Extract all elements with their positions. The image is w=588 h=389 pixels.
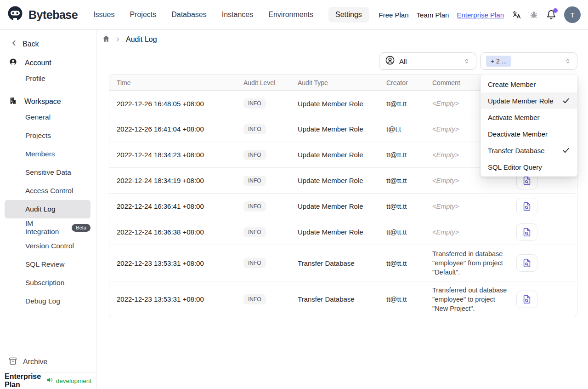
cell-time: 2022-12-26 16:41:04 +08:00	[109, 125, 243, 133]
cell-level: INFO	[243, 201, 298, 212]
sidebar-item-audit-log[interactable]: Audit Log	[5, 200, 90, 218]
nav-item-issues[interactable]: Issues	[93, 11, 114, 19]
free-plan-link[interactable]: Free Plan	[379, 11, 409, 19]
selector-icon	[564, 57, 571, 65]
user-avatar[interactable]: T	[564, 6, 581, 23]
sidebar-item-members[interactable]: Members	[5, 145, 90, 163]
table-row: 2022-12-23 13:53:31 +08:00 INFO Transfer…	[109, 245, 577, 281]
chevron-right-icon	[114, 36, 121, 43]
top-nav: Bytebase Issues Projects Databases Insta…	[0, 0, 588, 30]
menu-item-activate-member[interactable]: Activate Member	[481, 109, 577, 126]
creator-filter-value: All	[399, 57, 407, 65]
cell-level: INFO	[243, 227, 298, 237]
cell-time: 2022-12-24 16:36:38 +08:00	[109, 228, 243, 236]
sidebar-item-im-integration[interactable]: IM Integration Beta	[5, 218, 90, 237]
back-button[interactable]: Back	[10, 39, 96, 49]
breadcrumb: Audit Log	[102, 34, 157, 45]
menu-item-sql-editor-query[interactable]: SQL Editor Query	[481, 159, 577, 175]
menu-item-update-member-role[interactable]: Update Member Role	[481, 92, 577, 109]
sidebar-item-subscription[interactable]: Subscription	[5, 274, 90, 292]
group-label-account: Account	[25, 59, 51, 67]
menu-item-label: Update Member Role	[488, 97, 554, 105]
level-badge: INFO	[243, 258, 266, 268]
sidebar-item-sql-review[interactable]: SQL Review	[5, 255, 90, 274]
brand-name: Bytebase	[28, 8, 78, 22]
sidebar-item-profile[interactable]: Profile	[5, 69, 90, 88]
cell-level: INFO	[243, 124, 298, 134]
archive-button[interactable]: Archive	[0, 352, 96, 372]
sidebar-item-general[interactable]: General	[5, 108, 90, 126]
creator-filter-select[interactable]: All	[379, 52, 476, 70]
im-integration-label: IM Integration	[25, 219, 68, 236]
cell-audit-type: Update Member Role	[298, 151, 386, 159]
team-plan-link[interactable]: Team Plan	[417, 11, 449, 19]
sidebar-item-projects[interactable]: Projects	[5, 126, 90, 145]
cell-comment: Transferred out database "employee" to p…	[432, 286, 516, 313]
nav-item-databases[interactable]: Databases	[171, 11, 207, 19]
selector-icon	[463, 57, 470, 65]
person-circle-icon	[385, 55, 395, 67]
cell-audit-type: Update Member Role	[298, 177, 386, 184]
sidebar-item-version-control[interactable]: Version Control	[5, 237, 90, 255]
cell-creator: tt@tt.tt	[386, 295, 432, 303]
level-badge: INFO	[243, 98, 266, 109]
beta-badge: Beta	[72, 224, 90, 232]
audit-type-filter-menu: Create Member Update Member Role Activat…	[481, 74, 577, 177]
column-header-creator: Creator	[386, 79, 432, 86]
cell-level: INFO	[243, 98, 298, 109]
cell-level: INFO	[243, 258, 298, 268]
cell-comment: <Empty>	[432, 176, 516, 185]
environment-mode-label: development	[56, 378, 91, 384]
cell-creator: tt@tt.tt	[386, 177, 432, 184]
level-badge: INFO	[243, 124, 266, 134]
archive-label: Archive	[23, 358, 47, 366]
user-circle-icon	[9, 58, 17, 68]
nav-item-settings[interactable]: Settings	[328, 7, 369, 23]
table-row: 2022-12-24 16:36:38 +08:00 INFO Update M…	[109, 219, 577, 245]
nav-item-instances[interactable]: Instances	[222, 11, 253, 19]
menu-item-label: Create Member	[488, 80, 536, 88]
cell-level: INFO	[243, 176, 298, 186]
menu-item-create-member[interactable]: Create Member	[481, 76, 577, 92]
archive-icon	[8, 356, 17, 367]
cell-audit-type: Update Member Role	[298, 100, 386, 108]
main-nav: Issues Projects Databases Instances Envi…	[93, 7, 369, 23]
cell-audit-type: Transfer Database	[298, 259, 386, 267]
cell-creator: tt@tt.tt	[386, 151, 432, 159]
nav-item-projects[interactable]: Projects	[130, 11, 156, 19]
notification-dot	[553, 8, 558, 13]
view-detail-button[interactable]	[516, 291, 537, 308]
audit-type-filter-select[interactable]: + 2 ...	[480, 52, 577, 70]
table-row: 2022-12-23 13:53:31 +08:00 INFO Transfer…	[109, 281, 577, 317]
cell-creator: t@t.t	[386, 125, 432, 133]
cell-time: 2022-12-24 18:34:19 +08:00	[109, 177, 243, 184]
cell-comment: <Empty>	[432, 202, 516, 211]
filter-bar: All + 2 ...	[379, 52, 577, 70]
brand[interactable]: Bytebase	[6, 5, 78, 24]
view-detail-button[interactable]	[516, 198, 537, 215]
column-header-audit-type: Audit Type	[298, 79, 386, 86]
group-label-workspace: Workspace	[24, 97, 61, 106]
sidebar-item-debug-log[interactable]: Debug Log	[5, 292, 90, 310]
sidebar-item-access-control[interactable]: Access Control	[5, 182, 90, 200]
cell-actions	[516, 291, 577, 308]
nav-item-environments[interactable]: Environments	[268, 11, 313, 19]
cell-actions	[516, 198, 577, 215]
menu-item-transfer-database[interactable]: Transfer Database	[481, 142, 577, 159]
cell-time: 2022-12-23 13:53:31 +08:00	[109, 259, 243, 267]
level-badge: INFO	[243, 201, 266, 212]
audit-type-filter-value: + 2 ...	[486, 56, 511, 67]
menu-item-deactivate-member[interactable]: Deactivate Member	[481, 126, 577, 142]
notification-bell-icon[interactable]	[546, 10, 556, 20]
enterprise-plan-link[interactable]: Enterprise Plan	[457, 11, 504, 19]
cell-audit-type: Update Member Role	[298, 125, 386, 133]
sidebar-item-sensitive-data[interactable]: Sensitive Data	[5, 163, 90, 182]
level-badge: INFO	[243, 294, 266, 304]
cell-audit-type: Update Member Role	[298, 228, 386, 236]
view-detail-button[interactable]	[516, 254, 537, 272]
cell-time: 2022-12-23 13:53:31 +08:00	[109, 295, 243, 303]
translate-icon[interactable]	[512, 10, 521, 20]
bug-report-icon[interactable]	[529, 10, 538, 19]
home-icon[interactable]	[102, 34, 110, 45]
view-detail-button[interactable]	[516, 223, 537, 241]
